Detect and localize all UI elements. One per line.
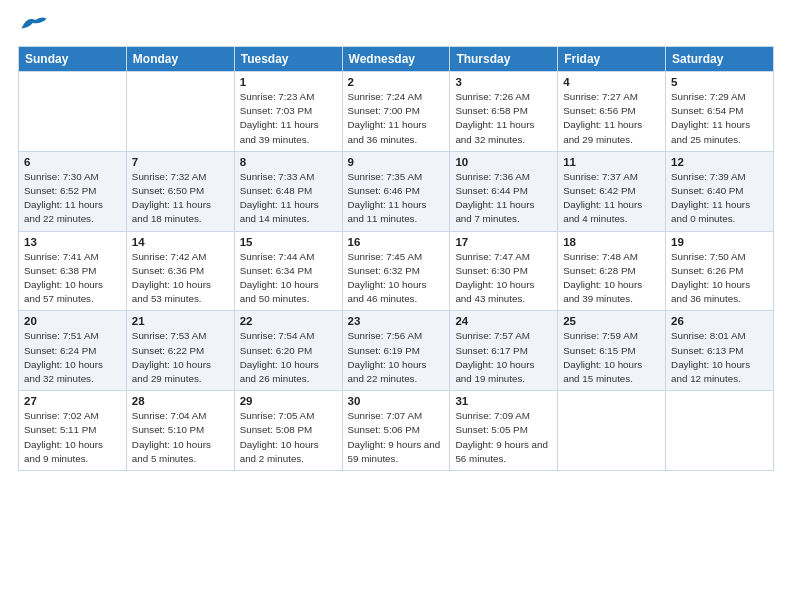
day-number: 21 (132, 315, 229, 327)
day-info: Sunrise: 7:36 AM Sunset: 6:44 PM Dayligh… (455, 170, 552, 227)
day-info: Sunrise: 7:37 AM Sunset: 6:42 PM Dayligh… (563, 170, 660, 227)
day-number: 26 (671, 315, 768, 327)
calendar-cell: 11Sunrise: 7:37 AM Sunset: 6:42 PM Dayli… (558, 151, 666, 231)
calendar-cell: 27Sunrise: 7:02 AM Sunset: 5:11 PM Dayli… (19, 391, 127, 471)
day-number: 11 (563, 156, 660, 168)
day-info: Sunrise: 7:26 AM Sunset: 6:58 PM Dayligh… (455, 90, 552, 147)
calendar-week-row: 20Sunrise: 7:51 AM Sunset: 6:24 PM Dayli… (19, 311, 774, 391)
weekday-header-sunday: Sunday (19, 47, 127, 72)
day-number: 23 (348, 315, 445, 327)
day-info: Sunrise: 7:33 AM Sunset: 6:48 PM Dayligh… (240, 170, 337, 227)
calendar-cell: 8Sunrise: 7:33 AM Sunset: 6:48 PM Daylig… (234, 151, 342, 231)
calendar-cell: 21Sunrise: 7:53 AM Sunset: 6:22 PM Dayli… (126, 311, 234, 391)
calendar-cell: 28Sunrise: 7:04 AM Sunset: 5:10 PM Dayli… (126, 391, 234, 471)
calendar-cell: 4Sunrise: 7:27 AM Sunset: 6:56 PM Daylig… (558, 72, 666, 152)
day-info: Sunrise: 7:39 AM Sunset: 6:40 PM Dayligh… (671, 170, 768, 227)
calendar-cell: 3Sunrise: 7:26 AM Sunset: 6:58 PM Daylig… (450, 72, 558, 152)
header (18, 10, 774, 38)
day-number: 15 (240, 236, 337, 248)
day-number: 12 (671, 156, 768, 168)
day-info: Sunrise: 7:45 AM Sunset: 6:32 PM Dayligh… (348, 250, 445, 307)
day-number: 27 (24, 395, 121, 407)
calendar-cell: 9Sunrise: 7:35 AM Sunset: 6:46 PM Daylig… (342, 151, 450, 231)
day-number: 20 (24, 315, 121, 327)
day-info: Sunrise: 7:48 AM Sunset: 6:28 PM Dayligh… (563, 250, 660, 307)
calendar-cell: 14Sunrise: 7:42 AM Sunset: 6:36 PM Dayli… (126, 231, 234, 311)
day-info: Sunrise: 8:01 AM Sunset: 6:13 PM Dayligh… (671, 329, 768, 386)
weekday-header-monday: Monday (126, 47, 234, 72)
calendar-cell (666, 391, 774, 471)
calendar-cell: 23Sunrise: 7:56 AM Sunset: 6:19 PM Dayli… (342, 311, 450, 391)
calendar-cell: 19Sunrise: 7:50 AM Sunset: 6:26 PM Dayli… (666, 231, 774, 311)
calendar-week-row: 27Sunrise: 7:02 AM Sunset: 5:11 PM Dayli… (19, 391, 774, 471)
day-number: 25 (563, 315, 660, 327)
calendar-cell: 18Sunrise: 7:48 AM Sunset: 6:28 PM Dayli… (558, 231, 666, 311)
day-info: Sunrise: 7:50 AM Sunset: 6:26 PM Dayligh… (671, 250, 768, 307)
day-info: Sunrise: 7:23 AM Sunset: 7:03 PM Dayligh… (240, 90, 337, 147)
calendar-cell: 20Sunrise: 7:51 AM Sunset: 6:24 PM Dayli… (19, 311, 127, 391)
calendar-week-row: 6Sunrise: 7:30 AM Sunset: 6:52 PM Daylig… (19, 151, 774, 231)
day-number: 9 (348, 156, 445, 168)
calendar-cell: 17Sunrise: 7:47 AM Sunset: 6:30 PM Dayli… (450, 231, 558, 311)
calendar-cell: 31Sunrise: 7:09 AM Sunset: 5:05 PM Dayli… (450, 391, 558, 471)
day-info: Sunrise: 7:57 AM Sunset: 6:17 PM Dayligh… (455, 329, 552, 386)
day-number: 13 (24, 236, 121, 248)
calendar-cell: 13Sunrise: 7:41 AM Sunset: 6:38 PM Dayli… (19, 231, 127, 311)
calendar-cell: 29Sunrise: 7:05 AM Sunset: 5:08 PM Dayli… (234, 391, 342, 471)
calendar-table: SundayMondayTuesdayWednesdayThursdayFrid… (18, 46, 774, 471)
day-info: Sunrise: 7:42 AM Sunset: 6:36 PM Dayligh… (132, 250, 229, 307)
weekday-header-row: SundayMondayTuesdayWednesdayThursdayFrid… (19, 47, 774, 72)
day-number: 19 (671, 236, 768, 248)
day-number: 31 (455, 395, 552, 407)
day-number: 28 (132, 395, 229, 407)
day-info: Sunrise: 7:09 AM Sunset: 5:05 PM Dayligh… (455, 409, 552, 466)
logo-bird-icon (20, 14, 48, 36)
day-number: 18 (563, 236, 660, 248)
weekday-header-friday: Friday (558, 47, 666, 72)
day-info: Sunrise: 7:35 AM Sunset: 6:46 PM Dayligh… (348, 170, 445, 227)
day-info: Sunrise: 7:56 AM Sunset: 6:19 PM Dayligh… (348, 329, 445, 386)
day-number: 3 (455, 76, 552, 88)
day-number: 24 (455, 315, 552, 327)
day-number: 5 (671, 76, 768, 88)
day-info: Sunrise: 7:41 AM Sunset: 6:38 PM Dayligh… (24, 250, 121, 307)
day-info: Sunrise: 7:07 AM Sunset: 5:06 PM Dayligh… (348, 409, 445, 466)
calendar-cell: 24Sunrise: 7:57 AM Sunset: 6:17 PM Dayli… (450, 311, 558, 391)
calendar-cell: 12Sunrise: 7:39 AM Sunset: 6:40 PM Dayli… (666, 151, 774, 231)
calendar-cell: 25Sunrise: 7:59 AM Sunset: 6:15 PM Dayli… (558, 311, 666, 391)
day-info: Sunrise: 7:02 AM Sunset: 5:11 PM Dayligh… (24, 409, 121, 466)
day-info: Sunrise: 7:29 AM Sunset: 6:54 PM Dayligh… (671, 90, 768, 147)
day-number: 22 (240, 315, 337, 327)
day-info: Sunrise: 7:27 AM Sunset: 6:56 PM Dayligh… (563, 90, 660, 147)
calendar-cell: 22Sunrise: 7:54 AM Sunset: 6:20 PM Dayli… (234, 311, 342, 391)
day-number: 2 (348, 76, 445, 88)
day-number: 10 (455, 156, 552, 168)
calendar-cell: 30Sunrise: 7:07 AM Sunset: 5:06 PM Dayli… (342, 391, 450, 471)
day-number: 17 (455, 236, 552, 248)
day-info: Sunrise: 7:54 AM Sunset: 6:20 PM Dayligh… (240, 329, 337, 386)
day-info: Sunrise: 7:47 AM Sunset: 6:30 PM Dayligh… (455, 250, 552, 307)
weekday-header-thursday: Thursday (450, 47, 558, 72)
weekday-header-saturday: Saturday (666, 47, 774, 72)
calendar-cell (558, 391, 666, 471)
page: SundayMondayTuesdayWednesdayThursdayFrid… (0, 0, 792, 612)
calendar-cell: 16Sunrise: 7:45 AM Sunset: 6:32 PM Dayli… (342, 231, 450, 311)
day-info: Sunrise: 7:51 AM Sunset: 6:24 PM Dayligh… (24, 329, 121, 386)
day-info: Sunrise: 7:32 AM Sunset: 6:50 PM Dayligh… (132, 170, 229, 227)
day-number: 30 (348, 395, 445, 407)
calendar-week-row: 1Sunrise: 7:23 AM Sunset: 7:03 PM Daylig… (19, 72, 774, 152)
calendar-cell: 1Sunrise: 7:23 AM Sunset: 7:03 PM Daylig… (234, 72, 342, 152)
day-number: 14 (132, 236, 229, 248)
day-number: 4 (563, 76, 660, 88)
day-number: 8 (240, 156, 337, 168)
calendar-cell (19, 72, 127, 152)
day-info: Sunrise: 7:04 AM Sunset: 5:10 PM Dayligh… (132, 409, 229, 466)
day-info: Sunrise: 7:30 AM Sunset: 6:52 PM Dayligh… (24, 170, 121, 227)
day-info: Sunrise: 7:44 AM Sunset: 6:34 PM Dayligh… (240, 250, 337, 307)
weekday-header-tuesday: Tuesday (234, 47, 342, 72)
day-number: 6 (24, 156, 121, 168)
day-info: Sunrise: 7:05 AM Sunset: 5:08 PM Dayligh… (240, 409, 337, 466)
day-number: 16 (348, 236, 445, 248)
weekday-header-wednesday: Wednesday (342, 47, 450, 72)
calendar-cell: 7Sunrise: 7:32 AM Sunset: 6:50 PM Daylig… (126, 151, 234, 231)
